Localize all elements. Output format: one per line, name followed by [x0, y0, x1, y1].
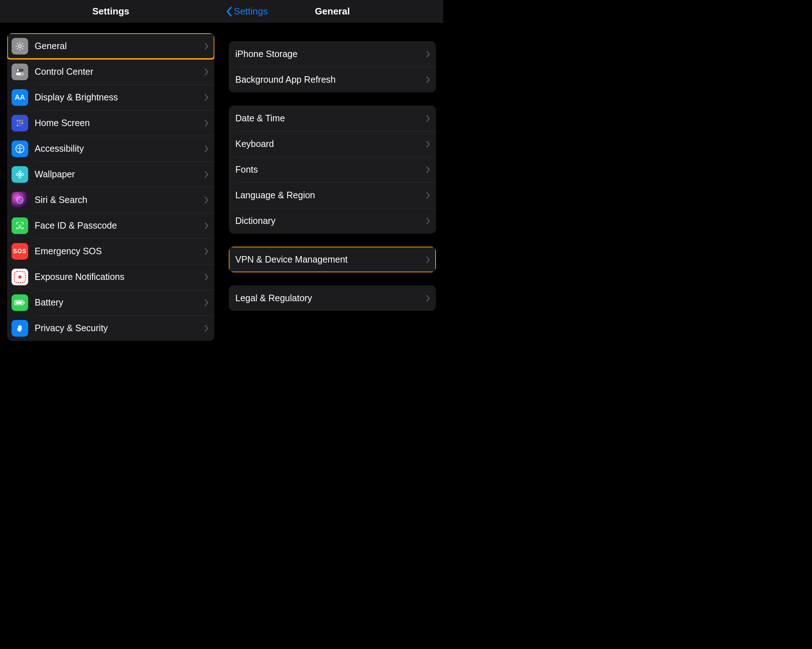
row-home-screen[interactable]: Home Screen: [7, 110, 214, 136]
svg-point-18: [19, 176, 21, 178]
navbar-settings: Settings: [0, 0, 221, 23]
row-legal-regulatory[interactable]: Legal & Regulatory: [229, 285, 436, 311]
group-legal: Legal & Regulatory: [229, 285, 436, 311]
chevron-right-icon: [204, 145, 209, 152]
row-label: Language & Region: [235, 190, 426, 201]
row-dictionary[interactable]: Dictionary: [229, 208, 436, 234]
chevron-right-icon: [426, 115, 430, 122]
row-date-time[interactable]: Date & Time: [229, 106, 436, 131]
row-label: iPhone Storage: [235, 49, 426, 59]
svg-point-23: [21, 225, 21, 225]
row-label: Exposure Notifications: [35, 272, 204, 282]
back-label: Settings: [234, 6, 268, 17]
svg-point-17: [19, 170, 21, 173]
row-label: Emergency SOS: [35, 246, 204, 256]
row-privacy-security[interactable]: Privacy & Security: [7, 315, 214, 341]
grid-icon: [12, 115, 28, 132]
hand-icon: [12, 320, 28, 337]
chevron-right-icon: [204, 324, 209, 332]
chevron-right-icon: [204, 222, 209, 229]
settings-screen: Settings General Control Center: [0, 0, 221, 354]
row-wallpaper[interactable]: Wallpaper: [7, 161, 214, 187]
settings-group: General Control Center AA Display & Brig…: [7, 33, 214, 341]
chevron-right-icon: [426, 166, 430, 173]
svg-rect-10: [21, 122, 23, 124]
svg-rect-8: [17, 122, 18, 124]
row-display-brightness[interactable]: AA Display & Brightness: [7, 84, 214, 110]
svg-point-15: [19, 146, 21, 147]
row-fonts[interactable]: Fonts: [229, 157, 436, 182]
row-label: Keyboard: [235, 139, 426, 149]
row-label: General: [35, 41, 204, 51]
row-vpn-device-management[interactable]: VPN & Device Management: [229, 246, 436, 272]
group-vpn: VPN & Device Management: [229, 246, 436, 272]
flower-icon: [12, 166, 28, 183]
svg-rect-5: [17, 120, 18, 121]
row-general[interactable]: General: [7, 33, 214, 59]
chevron-right-icon: [426, 192, 430, 199]
chevron-right-icon: [426, 141, 430, 148]
row-background-app-refresh[interactable]: Background App Refresh: [229, 67, 436, 92]
svg-rect-9: [19, 122, 21, 124]
row-label: Face ID & Passcode: [35, 220, 204, 231]
row-iphone-storage[interactable]: iPhone Storage: [229, 41, 436, 67]
svg-rect-7: [21, 120, 23, 121]
row-battery[interactable]: Battery: [7, 290, 214, 315]
svg-point-22: [18, 225, 19, 225]
chevron-right-icon: [426, 295, 430, 302]
row-exposure-notifications[interactable]: Exposure Notifications: [7, 264, 214, 290]
exposure-icon: [12, 269, 28, 285]
battery-icon: [12, 294, 28, 311]
row-label: Siri & Search: [35, 195, 204, 205]
chevron-right-icon: [204, 248, 209, 255]
svg-rect-12: [19, 125, 21, 126]
svg-point-4: [21, 73, 23, 75]
row-label: Battery: [35, 297, 204, 308]
general-list: iPhone Storage Background App Refresh Da…: [221, 23, 443, 354]
chevron-right-icon: [204, 299, 209, 306]
row-accessibility[interactable]: Accessibility: [7, 136, 214, 161]
row-label: VPN & Device Management: [235, 254, 426, 265]
switches-icon: [12, 64, 28, 80]
row-label: Dictionary: [235, 216, 426, 226]
chevron-right-icon: [426, 217, 430, 225]
sos-icon: SOS: [12, 243, 28, 260]
navbar-general: Settings General: [221, 0, 443, 23]
settings-list: General Control Center AA Display & Brig…: [0, 23, 221, 354]
group-input: Date & Time Keyboard Fonts Language & Re…: [229, 106, 436, 234]
group-storage: iPhone Storage Background App Refresh: [229, 41, 436, 92]
row-emergency-sos[interactable]: SOS Emergency SOS: [7, 238, 214, 264]
row-label: Fonts: [235, 164, 426, 175]
accessibility-icon: [12, 141, 28, 157]
text-size-icon: AA: [12, 89, 28, 106]
chevron-right-icon: [204, 68, 209, 75]
svg-rect-26: [24, 302, 25, 303]
row-siri-search[interactable]: Siri & Search: [7, 187, 214, 213]
row-language-region[interactable]: Language & Region: [229, 182, 436, 208]
chevron-right-icon: [204, 94, 209, 101]
row-label: Background App Refresh: [235, 74, 426, 85]
back-button[interactable]: Settings: [226, 6, 268, 17]
chevron-right-icon: [204, 43, 209, 50]
row-label: Home Screen: [35, 118, 204, 128]
row-label: Privacy & Security: [35, 323, 204, 333]
page-title: Settings: [0, 6, 221, 17]
row-faceid-passcode[interactable]: Face ID & Passcode: [7, 213, 214, 238]
row-label: Accessibility: [35, 143, 204, 154]
svg-rect-11: [17, 125, 18, 126]
row-label: Control Center: [35, 66, 204, 77]
svg-point-2: [17, 69, 19, 71]
chevron-right-icon: [204, 171, 209, 178]
svg-rect-25: [15, 301, 22, 304]
chevron-right-icon: [204, 196, 209, 204]
svg-point-19: [16, 173, 18, 175]
row-label: Display & Brightness: [35, 92, 204, 103]
svg-point-16: [19, 173, 21, 175]
svg-rect-6: [19, 120, 21, 121]
row-label: Wallpaper: [35, 169, 204, 179]
svg-point-0: [18, 45, 21, 47]
chevron-left-icon: [226, 6, 232, 17]
row-control-center[interactable]: Control Center: [7, 59, 214, 84]
gear-icon: [12, 38, 28, 55]
row-keyboard[interactable]: Keyboard: [229, 131, 436, 157]
